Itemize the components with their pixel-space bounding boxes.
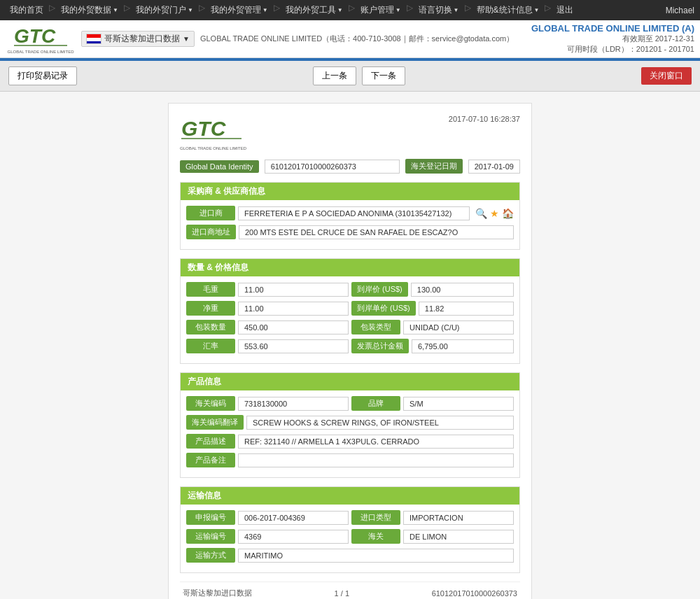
customs-label: 海关 [351,529,400,544]
star-icon[interactable]: ★ [490,208,499,219]
pkg-row: 包装数量 450.00 包装类型 UNIDAD (C/U) [186,320,514,334]
hs-desc-row: 海关编码翻译 SCREW HOOKS & SCREW RINGS, OF IRO… [186,415,514,430]
address-value: 200 MTS ESTE DEL CRUCE DE SAN RAFAEL DE … [239,225,514,239]
quantity-price-body: 毛重 11.00 到岸价 (US$) 130.00 净重 11.00 到岸单价 … [181,276,519,363]
record-page: 1 / 1 [335,589,349,598]
net-unitprice-row: 净重 11.00 到岸单价 (US$) 11.82 [186,301,514,316]
pkg-qty-col: 包装数量 450.00 [186,320,349,334]
logo-subtitle: GLOBAL TRADE ONLINE LIMITED [7,50,74,55]
declare-no-value: 006-2017-004369 [238,511,349,525]
buyer-supplier-header: 采购商 & 供应商信息 [181,183,519,200]
header-bar: GTC GLOBAL TRADE ONLINE LIMITED 哥斯达黎加进口数… [0,20,700,58]
record-gtc-logo: GTC [180,115,243,144]
product-desc-label: 产品描述 [186,434,235,449]
account-info: GLOBAL TRADE ONLINE LIMITED (A) 有效期至 201… [531,23,694,55]
nav-trade-data[interactable]: 我的外贸数据 ▼ [57,3,122,17]
exchange-label: 汇率 [186,339,235,353]
valid-to: 有效期至 2017-12-31 [531,34,694,44]
exchange-value: 553.60 [238,339,349,353]
transport-no-label: 运输编号 [186,529,235,544]
brand-label: 品牌 [351,396,400,411]
close-button[interactable]: 关闭窗口 [641,67,692,85]
gross-arrival-row: 毛重 11.00 到岸价 (US$) 130.00 [186,282,514,297]
hs-desc-value: SCREW HOOKS & SCREW RINGS, OF IRON/STEEL [246,416,514,430]
nav-logout[interactable]: 退出 [552,3,578,17]
gross-value: 11.00 [238,283,349,297]
home-icon[interactable]: 🏠 [502,208,514,219]
address-row: 进口商地址 200 MTS ESTE DEL CRUCE DE SAN RAFA… [186,225,514,239]
quantity-price-header: 数量 & 价格信息 [181,259,519,276]
invoice-col: 发票总计金额 6,795.00 [351,339,514,353]
record-id: 61012017010000260373 [432,589,517,598]
account-name: GLOBAL TRADE ONLINE LIMITED (A) [531,23,694,34]
transport-section: 运输信息 申报编号 006-2017-004369 进口类型 IMPORTACI… [180,486,520,573]
declare-no-label: 申报编号 [186,510,235,525]
prev-button[interactable]: 上一条 [313,66,356,85]
invoice-value: 6,795.00 [412,339,514,353]
importer-actions: 🔍 ★ 🏠 [475,208,514,219]
record-card: GTC GLOBAL TRADE ONLINE LIMITED 2017-07-… [168,103,532,599]
customs-date-value: 2017-01-09 [468,160,520,174]
importer-row: 进口商 FERRETERIA E P A SOCIEDAD ANONIMA (3… [186,206,514,220]
gross-label: 毛重 [186,282,235,297]
customs-value: DE LIMON [403,530,514,544]
flag-icon [86,34,102,44]
declare-col: 申报编号 006-2017-004369 [186,510,349,525]
flag-country-selector[interactable]: 哥斯达黎加进口数据 ▼ [81,31,195,47]
contact-info: GLOBAL TRADE ONLINE LIMITED（电话：400-710-3… [200,34,531,44]
product-desc-row: 产品描述 REF: 321140 // ARMELLA 1 4X3PULG. C… [186,434,514,449]
identity-label: Global Data Identity [180,160,259,173]
product-body: 海关编码 7318130000 品牌 S/M 海关编码翻译 SCREW HOOK… [181,390,519,477]
nav-trade-tools[interactable]: 我的外贸工具 ▼ [281,3,347,17]
product-header: 产品信息 [181,373,519,390]
svg-text:GTC: GTC [181,117,227,140]
hs-desc-label: 海关编码翻译 [186,415,244,430]
brand-value: S/M [403,397,514,411]
unit-price-label: 到岸单价 (US$) [351,301,416,316]
net-label: 净重 [186,301,235,316]
search-icon[interactable]: 🔍 [475,208,487,219]
hs-col: 海关编码 7318130000 [186,396,349,411]
address-label: 进口商地址 [186,225,236,239]
customs-date-label: 海关登记日期 [405,159,463,174]
unit-price-value: 11.82 [419,302,514,316]
arrival-price-label: 到岸价 (US$) [351,282,408,297]
import-type-col: 进口类型 IMPORTACION [351,510,514,525]
record-logo: GTC GLOBAL TRADE ONLINE LIMITED [180,115,246,150]
importer-label: 进口商 [186,206,235,220]
nav-help[interactable]: 帮助&统计信息 ▼ [472,3,544,17]
product-section: 产品信息 海关编码 7318130000 品牌 S/M 海关编码翻译 SCREW… [180,372,520,478]
customs-col: 海关 DE LIMON [351,529,514,544]
arrival-price-value: 130.00 [411,283,514,297]
import-type-value: IMPORTACION [403,511,514,525]
nav-trade-portal[interactable]: 我的外贸门户 ▼ [132,3,197,17]
unit-price-col: 到岸单价 (US$) 11.82 [351,301,514,316]
record-datetime: 2017-07-10 16:28:37 [449,115,520,123]
record-source: 哥斯达黎加进口数据 [183,588,252,598]
product-note-value [238,453,514,467]
record-logo-sub: GLOBAL TRADE ONLINE LIMITED [180,146,246,150]
identity-row: Global Data Identity 6101201701000026037… [180,159,520,174]
nav-links: 我的首页 ▷ 我的外贸数据 ▼ ▷ 我的外贸门户 ▼ ▷ 我的外贸管理 ▼ ▷ … [6,3,578,17]
nav-home[interactable]: 我的首页 [6,3,48,17]
identity-value: 61012017010000260373 [265,160,400,174]
buyer-supplier-section: 采购商 & 供应商信息 进口商 FERRETERIA E P A SOCIEDA… [180,182,520,250]
country-name: 哥斯达黎加进口数据 [104,33,180,45]
ldr-info: 可用时段（LDR）：201201 - 201701 [531,44,694,55]
transport-no-value: 4369 [238,530,349,544]
record-footer: 哥斯达黎加进口数据 1 / 1 61012017010000260373 [180,582,520,599]
nav-trade-manage[interactable]: 我的外贸管理 ▼ [206,3,272,17]
data-title-area: GLOBAL TRADE ONLINE LIMITED（电话：400-710-3… [200,34,531,44]
nav-language[interactable]: 语言切换 ▼ [414,3,463,17]
transport-no-col: 运输编号 4369 [186,529,349,544]
invoice-label: 发票总计金额 [351,339,409,353]
product-desc-value: REF: 321140 // ARMELLA 1 4X3PULG. CERRAD… [238,435,514,449]
pkg-qty-value: 450.00 [238,320,349,334]
main-content: GTC GLOBAL TRADE ONLINE LIMITED 2017-07-… [0,92,700,599]
quantity-price-section: 数量 & 价格信息 毛重 11.00 到岸价 (US$) 130.00 净重 [180,258,520,364]
importer-value: FERRETERIA E P A SOCIEDAD ANONIMA (31013… [238,206,470,220]
pkg-type-label: 包装类型 [351,320,400,334]
print-button[interactable]: 打印贸易记录 [8,66,77,85]
nav-account[interactable]: 账户管理 ▼ [356,3,405,17]
next-button[interactable]: 下一条 [362,66,405,85]
